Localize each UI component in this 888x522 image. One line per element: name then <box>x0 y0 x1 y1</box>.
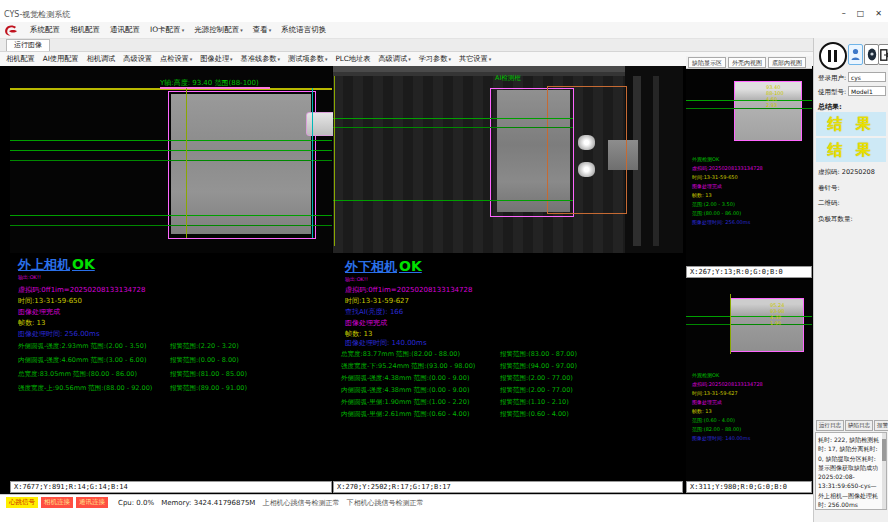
menu-item[interactable]: 查看▾ <box>253 25 272 35</box>
alarm-range: 报警范围:(0.60 - 4.00) <box>500 410 569 419</box>
model-label: 使用型号: <box>818 88 846 97</box>
window-controls: – □ ✕ <box>842 9 882 18</box>
chevron-down-icon: ▾ <box>230 56 233 62</box>
menu-item[interactable]: 相机配置 <box>70 25 100 35</box>
tab-run-image[interactable]: 运行图像 <box>6 39 50 51</box>
thumb-text-line: 范围:(0.60 - 4.00) <box>692 417 763 426</box>
measurement-value: 外侧圆弧-里侧:1.90mm 范围:(1.00 - 2.20) <box>341 398 469 407</box>
proc-time-line: 图像处理时间: 256.00ms <box>18 329 100 339</box>
login-user-field[interactable]: cys <box>848 72 886 82</box>
thumb-text-line: 图像处理时间: 140.00ms <box>692 435 763 444</box>
log-tab[interactable]: 缺陷日志 <box>845 420 873 431</box>
thumb-a-overlay: 93.4088-1004.602.93 <box>766 84 784 108</box>
time-line: 时间:13-31-59-627 <box>345 296 409 306</box>
measurement-row: 外侧圆弧-里侧:1.90mm 范围:(1.00 - 2.20) 报警范围:(1.… <box>333 398 683 410</box>
thumbnail-column: 缺陷显示区外壳内视图底部内视图 93.4088-1004.602.93 外观检测… <box>686 56 812 493</box>
left-camera-image[interactable]: Y轴:高度: 93.40 范围(88-100) <box>10 66 332 253</box>
tab-count-label: 负极耳数量: <box>818 215 853 224</box>
overlay-value: 2.93 <box>766 102 784 108</box>
exit-button[interactable] <box>878 44 888 65</box>
maximize-button[interactable]: □ <box>857 9 865 18</box>
toolbar-button[interactable]: AI使用配置 <box>43 54 79 64</box>
barcode-label: 虚拟码: 20250208 <box>818 168 875 177</box>
log-tabs: 运行日志缺陷日志报警日志 <box>816 420 888 431</box>
window-title: CYS-视觉检测系统 <box>0 8 888 22</box>
mid-camera-panel: AI检测框 外下相机OK 输出:OK!! 虚拟码:0ff1im=20250208… <box>333 66 683 493</box>
close-button[interactable]: ✕ <box>875 9 882 18</box>
menu-item[interactable]: 系统配置 <box>30 25 60 35</box>
alarm-range: 报警范围:(94.00 - 97.00) <box>500 362 577 371</box>
menu-item[interactable]: 光源控制配置▾ <box>194 25 243 35</box>
toolbar-button[interactable]: 点检设置▾ <box>160 54 192 64</box>
toolbar-button[interactable]: 相机配置 <box>6 54 35 64</box>
thumbnail-camera-a[interactable]: 93.4088-1004.602.93 外观检测OK虚拟码:2025020813… <box>686 70 812 266</box>
memory-usage: Memory: 3424.41796875M <box>161 499 255 507</box>
log-tab[interactable]: 报警日志 <box>874 420 888 431</box>
output-line: 输出:OK!! <box>18 274 41 280</box>
measurement-value: 强度宽度-下:95.24mm 范围:(93.00 - 98.00) <box>341 362 475 371</box>
guide-line <box>333 200 573 201</box>
measurement-value: 内侧圆弧-强度:4.60mm 范围:(3.00 - 6.00) <box>18 356 146 365</box>
chevron-down-icon: ▾ <box>408 56 411 62</box>
user-button[interactable] <box>848 44 863 65</box>
guide-line <box>686 100 812 101</box>
measurement-value: 总宽度:83.77mm 范围:(82.00 - 88.00) <box>341 350 460 359</box>
cam-up-heartbeat: 上相机心跳信号检测正常 <box>262 498 339 508</box>
guide-line-vertical <box>730 294 731 354</box>
result-badge-1: 结 果 <box>816 112 886 136</box>
chevron-down-icon: ▾ <box>278 56 281 62</box>
minimize-button[interactable]: – <box>842 9 846 18</box>
status-bar: 心跳信号相机连接通讯连接 Cpu: 0.0% Memory: 3424.4179… <box>0 494 813 510</box>
pause-button[interactable] <box>819 42 847 70</box>
mid-measurements: 总宽度:83.77mm 范围:(82.00 - 88.00) 报警范围:(83.… <box>333 350 683 422</box>
toolbar-button[interactable]: 相机调试 <box>87 54 116 64</box>
menu-item[interactable]: 系统语言切换 <box>281 25 326 35</box>
menu-item[interactable]: IO卡配置▾ <box>150 25 184 35</box>
tab-strip: 运行图像 <box>0 39 888 52</box>
thumb-text-line: 范围:(80.00 - 86.00) <box>692 210 763 219</box>
toolbar-button[interactable]: 图像处理▾ <box>200 54 232 64</box>
alarm-range: 报警范围:(2.20 - 3.20) <box>170 342 239 351</box>
measurement-value: 强度宽度-上:90.56mm 范围:(88.00 - 92.00) <box>18 384 152 393</box>
measurement-row: 外侧圆弧-强度:2.93mm 范围:(2.00 - 3.50) 报警范围:(2.… <box>10 342 332 356</box>
toolbar-button[interactable]: 高级设置 <box>123 54 152 64</box>
thumbnail-tab[interactable]: 底部内视图 <box>768 57 806 68</box>
thumbnail-tab[interactable]: 缺陷显示区 <box>688 57 726 68</box>
measurement-row: 外侧圆弧-强度:4.38mm 范围:(0.00 - 9.00) 报警范围:(2.… <box>333 374 683 386</box>
menu-item[interactable]: 通讯配置 <box>110 25 140 35</box>
toolbar-button[interactable]: 学习参数▾ <box>419 54 451 64</box>
right-control-panel: 登录用户: cys 使用型号: Model1 总结果: 结 果 结 果 虚拟码:… <box>813 38 888 522</box>
mid-camera-image[interactable]: AI检测框 <box>333 66 683 253</box>
log-tab[interactable]: 运行日志 <box>816 420 844 431</box>
toolbar-button[interactable]: 基准线参数▾ <box>241 54 280 64</box>
model-field[interactable]: Model1 <box>848 86 886 96</box>
thumb-text-line: 图像处理完成 <box>692 399 763 408</box>
toolbar-button[interactable]: PLC地址表 <box>335 54 370 64</box>
toolbar-button[interactable]: 测试项参数▾ <box>288 54 327 64</box>
thumbnail-tab[interactable]: 外壳内视图 <box>728 57 766 68</box>
thumb-text-line: 虚拟码:20250208133134728 <box>692 381 763 390</box>
measurement-value: 总宽度:83.05mm 范围:(80.00 - 86.00) <box>18 370 137 379</box>
lock-button[interactable] <box>864 44 879 65</box>
guide-line <box>10 215 332 216</box>
toolbar-button[interactable]: 高级调试▾ <box>378 54 410 64</box>
measurement-row: 内侧圆弧-强度:4.38mm 范围:(0.00 - 9.00) 报警范围:(2.… <box>333 386 683 398</box>
log-scrollbar[interactable] <box>882 433 886 509</box>
measurement-row: 总宽度:83.77mm 范围:(82.00 - 88.00) 报警范围:(83.… <box>333 350 683 362</box>
measurement-row: 内侧圆弧-强度:4.60mm 范围:(3.00 - 6.00) 报警范围:(0.… <box>10 356 332 370</box>
log-output[interactable]: 耗时: 222, 缺陷检测耗时: 17, 缺陷分离耗时: 0, 缺陷提取分区耗时… <box>815 432 887 510</box>
process-line: 图像处理完成 <box>18 307 60 317</box>
chevron-down-icon: ▾ <box>448 56 451 62</box>
alarm-range: 报警范围:(89.00 - 91.00) <box>170 384 247 393</box>
thumbnail-camera-b[interactable]: 95.2493-984.381.90 外观检测OK虚拟码:20250208133… <box>686 280 812 481</box>
thumb-text-line: 外观检测OK <box>692 156 763 165</box>
log-scrollbar-thumb[interactable] <box>882 439 886 461</box>
status-badge: 相机连接 <box>41 497 73 508</box>
thumb-text-line: 时间:13-31-59-650 <box>692 174 763 183</box>
output-line: 输出:OK!! <box>345 276 368 282</box>
status-badge: 心跳信号 <box>6 497 38 508</box>
ai-roi-label: AI检测框 <box>495 74 521 83</box>
toolbar-button[interactable]: 其它设置▾ <box>459 54 491 64</box>
guide-line-vertical <box>312 88 313 238</box>
thumb-text-line: 范围:(2.00 - 3.50) <box>692 201 763 210</box>
